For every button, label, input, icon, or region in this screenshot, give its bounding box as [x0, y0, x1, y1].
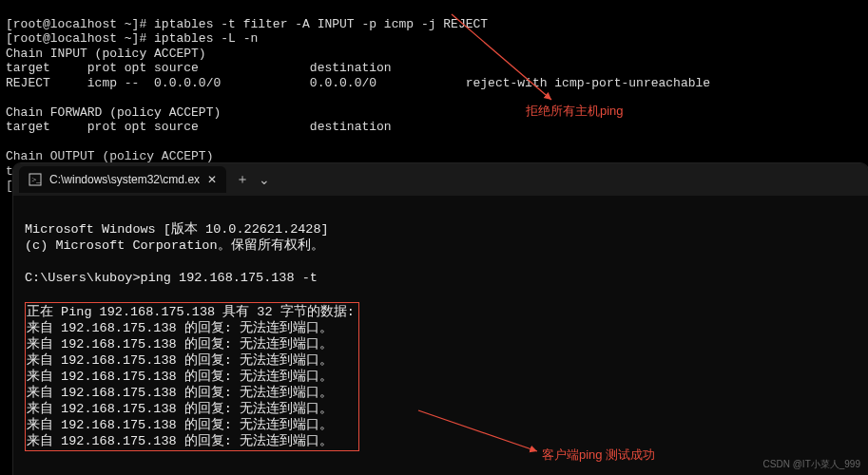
- tab-dropdown-icon[interactable]: ⌄: [259, 172, 270, 187]
- windows-terminal-window: >_ C:\windows\system32\cmd.ex ✕ ＋ ⌄ Micr…: [13, 163, 868, 475]
- shell-command: iptables -L -n: [154, 31, 258, 46]
- ping-header: 正在 Ping 192.168.175.138 具有 32 字节的数据:: [27, 305, 355, 319]
- ping-reply: 来自 192.168.175.138 的回复: 无法连到端口。: [27, 386, 333, 400]
- ping-output-highlight: 正在 Ping 192.168.175.138 具有 32 字节的数据: 来自 …: [25, 302, 359, 451]
- shell-prompt: [root@localhost ~]#: [6, 31, 154, 46]
- shell-prompt: [root@localhost ~]#: [6, 17, 154, 31]
- ping-reply: 来自 192.168.175.138 的回复: 无法连到端口。: [27, 353, 333, 368]
- shell-command: ping 192.168.175.138 -t: [141, 271, 318, 285]
- tab-title: C:\windows\system32\cmd.ex: [49, 173, 200, 186]
- output-line: [: [6, 179, 13, 193]
- terminal-tab[interactable]: >_ C:\windows\system32\cmd.ex ✕: [19, 166, 226, 193]
- svg-text:>_: >_: [31, 175, 41, 184]
- ping-reply: 来自 192.168.175.138 的回复: 无法连到端口。: [27, 402, 333, 416]
- ping-reply: 来自 192.168.175.138 的回复: 无法连到端口。: [27, 370, 333, 384]
- shell-prompt: C:\Users\kuboy>: [25, 271, 141, 285]
- ping-reply: 来自 192.168.175.138 的回复: 无法连到端口。: [27, 418, 333, 432]
- title-bar[interactable]: >_ C:\windows\system32\cmd.ex ✕ ＋ ⌄: [13, 163, 868, 196]
- ping-reply: 来自 192.168.175.138 的回复: 无法连到端口。: [27, 321, 333, 335]
- output-line: target prot opt source destination: [6, 120, 458, 134]
- terminal-body[interactable]: Microsoft Windows [版本 10.0.22621.2428] (…: [13, 196, 868, 475]
- output-line: REJECT icmp -- 0.0.0.0/0 0.0.0.0/0 rejec…: [6, 76, 710, 90]
- watermark: CSDN @IT小菜人_999: [763, 458, 860, 471]
- output-line: Chain OUTPUT (policy ACCEPT): [6, 149, 213, 163]
- cmd-icon: >_: [29, 173, 42, 186]
- output-line: target prot opt source destination: [6, 61, 458, 75]
- output-line: Chain FORWARD (policy ACCEPT): [6, 105, 221, 120]
- output-line: Chain INPUT (policy ACCEPT): [6, 47, 206, 61]
- new-tab-button[interactable]: ＋: [236, 171, 249, 188]
- ping-reply: 来自 192.168.175.138 的回复: 无法连到端口。: [27, 434, 333, 448]
- close-icon[interactable]: ✕: [207, 173, 217, 186]
- shell-command: iptables -t filter -A INPUT -p icmp -j R…: [154, 17, 488, 31]
- banner-line: Microsoft Windows [版本 10.0.22621.2428]: [25, 222, 329, 237]
- banner-line: (c) Microsoft Corporation。保留所有权利。: [25, 238, 324, 253]
- ping-reply: 来自 192.168.175.138 的回复: 无法连到端口。: [27, 337, 333, 352]
